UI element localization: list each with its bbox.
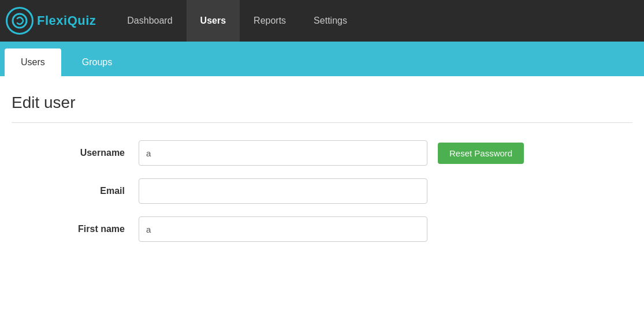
main-content: Edit user Username Reset Password Email … bbox=[0, 76, 644, 266]
form-row-username: Username Reset Password bbox=[12, 140, 531, 166]
form-row-email: Email bbox=[12, 178, 531, 204]
logo-brand: FlexiQuiz bbox=[37, 13, 96, 28]
username-input[interactable] bbox=[139, 140, 427, 166]
svg-point-0 bbox=[13, 14, 27, 28]
tab-groups[interactable]: Groups bbox=[66, 48, 128, 76]
edit-user-form: Username Reset Password Email First name bbox=[12, 140, 531, 242]
logo: FlexiQuiz bbox=[6, 7, 96, 35]
tab-users[interactable]: Users bbox=[5, 48, 61, 76]
nav-links: Dashboard Users Reports Settings bbox=[113, 0, 361, 42]
form-row-firstname: First name bbox=[12, 216, 531, 242]
username-label: Username bbox=[12, 148, 139, 158]
firstname-input[interactable] bbox=[139, 216, 427, 242]
sub-tabs: Users Groups bbox=[0, 42, 644, 76]
nav-settings[interactable]: Settings bbox=[300, 0, 361, 42]
navbar: FlexiQuiz Dashboard Users Reports Settin… bbox=[0, 0, 644, 42]
nav-dashboard[interactable]: Dashboard bbox=[113, 0, 186, 42]
email-input[interactable] bbox=[139, 178, 427, 204]
logo-icon bbox=[6, 7, 33, 35]
firstname-label: First name bbox=[12, 224, 139, 234]
reset-password-button[interactable]: Reset Password bbox=[438, 143, 524, 164]
divider bbox=[12, 122, 632, 123]
nav-reports[interactable]: Reports bbox=[240, 0, 300, 42]
nav-users[interactable]: Users bbox=[187, 0, 240, 42]
email-label: Email bbox=[12, 186, 139, 196]
page-title: Edit user bbox=[12, 94, 632, 112]
